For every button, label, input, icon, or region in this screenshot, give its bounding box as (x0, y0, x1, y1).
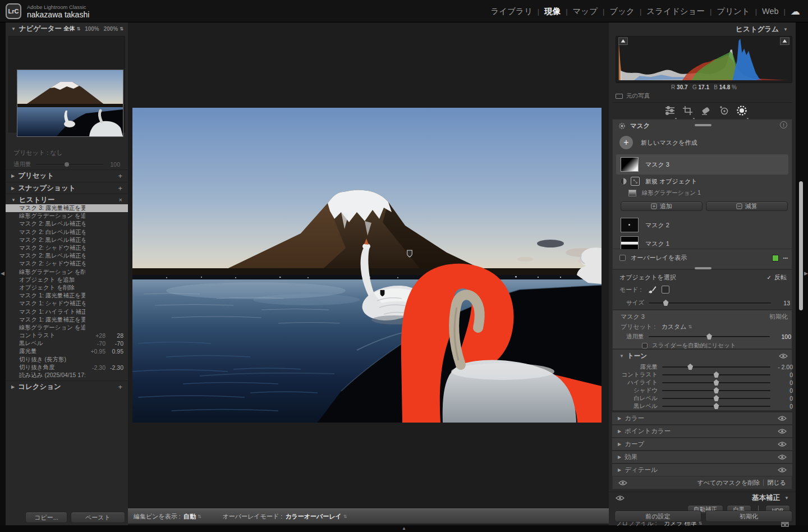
crop-tool-icon[interactable] (681, 104, 695, 117)
module-map[interactable]: マップ (573, 6, 598, 17)
history-item[interactable]: 読み込み (2025/04/15 17:05:00) (6, 372, 128, 379)
add-collection-icon[interactable]: + (118, 383, 122, 391)
original-photo-toggle[interactable]: 元の写真 (616, 92, 650, 100)
mask-pin-unselected[interactable] (407, 250, 412, 257)
history-item[interactable]: オブジェクト を追加 (6, 276, 128, 284)
edit-pins-value[interactable]: 自動 (183, 512, 196, 521)
history-item[interactable]: コントラスト+2828 (6, 332, 128, 340)
history-item[interactable]: 露光量+0.950.95 (6, 347, 128, 355)
highlights-slider[interactable] (662, 382, 770, 383)
presets-section-header[interactable]: ▶ プリセット + (6, 169, 128, 181)
close-mask-panel-button[interactable]: 閉じる (767, 479, 786, 487)
module-web[interactable]: Web (762, 7, 779, 16)
show-overlay-checkbox[interactable] (619, 255, 626, 261)
history-item[interactable]: マスク 2: 黒レベル補正を更新 (6, 220, 128, 228)
history-item[interactable]: マスク 2: 黒レベル補正を更新 (6, 236, 128, 244)
object-visibility-icon[interactable] (619, 177, 627, 185)
mask-add-button[interactable]: 追加 (621, 201, 703, 211)
shadow-clipping-indicator[interactable] (619, 38, 628, 45)
overlay-color-swatch[interactable] (772, 255, 779, 262)
history-item[interactable]: 切り抜き (長方形) (6, 356, 128, 364)
clear-history-icon[interactable]: × (119, 196, 122, 203)
add-snapshot-icon[interactable]: + (118, 184, 122, 192)
histogram-box[interactable] (616, 36, 792, 83)
previous-settings-button[interactable]: 前の設定 (614, 511, 701, 522)
basic-header[interactable]: 基本補正 ▼ (609, 492, 796, 504)
history-item[interactable]: マスク 1: 露光量補正を更新 (6, 316, 128, 324)
add-mask-icon[interactable]: + (619, 136, 633, 149)
preset-amount-slider[interactable] (36, 164, 103, 165)
right-collapse-icon[interactable]: ▶ (804, 270, 808, 276)
object-select-icon[interactable]: ⤡ (631, 177, 640, 186)
history-item[interactable]: マスク 3: 露光量補正を更新 (6, 204, 128, 212)
whites-slider[interactable] (662, 398, 770, 399)
eye-icon[interactable] (778, 428, 787, 434)
history-item[interactable]: 線形グラデーション を削除 (6, 268, 128, 276)
mask2-thumbnail[interactable] (621, 218, 639, 232)
history-item[interactable]: マスク 2: 黒レベル補正を更新 (6, 252, 128, 260)
navigator-zoom-200[interactable]: 200% (104, 26, 118, 32)
blacks-slider[interactable] (662, 406, 770, 407)
highlight-clipping-indicator[interactable] (781, 38, 789, 45)
left-collapse-icon[interactable]: ◀ (1, 270, 4, 276)
brush-mode-icon[interactable] (648, 285, 657, 294)
basic-eye-icon[interactable] (616, 495, 625, 501)
mask-eye-icon[interactable] (618, 480, 627, 486)
mask-preset-value[interactable]: カスタム (661, 323, 686, 331)
section-curve[interactable]: ▶カーブ (612, 438, 792, 450)
mask-amount-slider[interactable] (649, 336, 770, 337)
history-item[interactable]: 線形グラデーション を追加 (6, 324, 128, 332)
mask-pin-selected[interactable] (380, 290, 385, 297)
history-item[interactable]: マスク 2: シャドウ補正を更新 (6, 260, 128, 268)
module-library[interactable]: ライブラリ (491, 6, 532, 17)
shadows-slider[interactable] (662, 390, 770, 391)
paste-button[interactable]: ペースト (71, 512, 125, 523)
overlay-options-icon[interactable]: ••• (783, 255, 788, 260)
mask-subtract-button[interactable]: 減算 (706, 201, 788, 211)
invert-label[interactable]: 反転 (774, 273, 787, 282)
histogram-header[interactable]: ヒストグラム ▼ (736, 25, 788, 34)
navigator-thumbnail[interactable] (17, 70, 123, 136)
module-slideshow[interactable]: スライドショー (646, 6, 705, 17)
add-preset-icon[interactable]: + (118, 172, 122, 180)
filmstrip-reveal-icon[interactable]: ▲ (402, 526, 406, 531)
eye-icon[interactable] (778, 415, 787, 421)
navigator-header[interactable]: ▼ ナビゲーター 全体⇅ 100% 200%⇅ (11, 22, 123, 35)
snapshots-section-header[interactable]: ▶ スナップショット + (6, 182, 128, 194)
photo-canvas[interactable] (132, 108, 602, 423)
module-print[interactable]: プリント (717, 6, 750, 17)
copy-button[interactable]: コピー... (25, 512, 67, 523)
auto-reset-checkbox[interactable] (642, 343, 648, 348)
section-effects[interactable]: ▶効果 (612, 451, 792, 463)
red-eye-tool-icon[interactable] (717, 104, 731, 117)
history-item[interactable]: オブジェクト を削除 (6, 284, 128, 292)
mask3-row[interactable]: マスク 3 (616, 154, 788, 175)
collections-section-header[interactable]: ▶ コレクション + (6, 380, 128, 392)
right-panel-scrollbar[interactable] (799, 181, 803, 310)
gradient-component-row[interactable]: 線形グラデーション 1 (628, 189, 701, 197)
history-item[interactable]: マスク 1: ハイライト補正を更新 (6, 308, 128, 315)
history-item[interactable]: マスク 2: 白レベル補正を更新 (6, 228, 128, 236)
tone-eye-icon[interactable] (779, 353, 788, 359)
heal-tool-icon[interactable] (699, 104, 713, 117)
history-item[interactable]: マスク 1: シャドウ補正を更新 (6, 300, 128, 308)
section-point-color[interactable]: ▶ポイントカラー (612, 425, 792, 437)
history-section-header[interactable]: ▼ ヒストリー × (6, 194, 128, 205)
navigator-fit[interactable]: 全体 (63, 25, 75, 33)
section-color[interactable]: ▶カラー (612, 412, 792, 424)
panel-drag-handle[interactable] (695, 124, 711, 126)
history-item[interactable]: 線形グラデーション を追加 (6, 212, 128, 220)
new-object-row[interactable]: ⤡ 新規 オブジェクト (619, 177, 697, 186)
info-icon[interactable]: ! (780, 121, 787, 129)
contrast-slider[interactable] (662, 374, 770, 375)
history-item[interactable]: マスク 1: 露光量補正を更新 (6, 292, 128, 300)
navigator-zoom-100[interactable]: 100% (85, 26, 99, 32)
history-item[interactable]: 切り抜き角度-2.30-2.30 (6, 364, 128, 372)
masking-tool-icon[interactable] (734, 104, 749, 117)
exposure-slider[interactable] (662, 366, 770, 368)
mask2-row[interactable]: マスク 2 (621, 216, 669, 234)
eye-icon[interactable] (778, 454, 787, 460)
delete-all-masks-button[interactable]: すべてのマスクを削除 (697, 479, 760, 487)
history-item[interactable]: マスク 2: シャドウ補正を更新 (6, 244, 128, 252)
mask3-thumbnail[interactable] (621, 157, 639, 172)
